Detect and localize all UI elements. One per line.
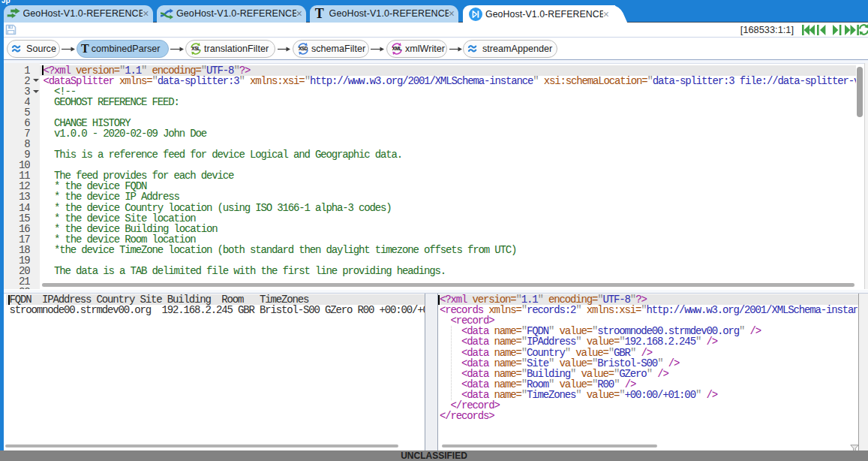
svg-text:XML: XML xyxy=(392,46,402,51)
svg-text:XSL: XSL xyxy=(191,46,200,51)
svg-text:XSD: XSD xyxy=(299,46,308,51)
